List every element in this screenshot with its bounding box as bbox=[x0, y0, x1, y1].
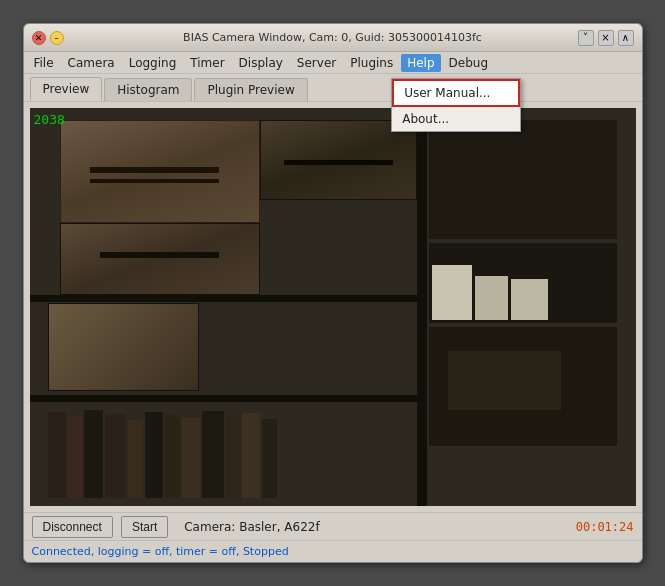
book-11 bbox=[242, 413, 260, 498]
window-controls-left: ✕ – bbox=[32, 31, 64, 45]
window-title: BIAS Camera Window, Cam: 0, Guid: 305300… bbox=[183, 31, 482, 44]
book-1 bbox=[48, 412, 66, 498]
book-3 bbox=[84, 410, 102, 498]
book-7 bbox=[165, 415, 180, 498]
window-controls-right: ˅ × ∧ bbox=[578, 30, 634, 46]
menu-help[interactable]: Help bbox=[401, 54, 440, 72]
white-box-1 bbox=[432, 265, 472, 320]
menu-help-container: Help User Manual... About... bbox=[401, 56, 440, 70]
camera-label: Camera: Basler, A622f bbox=[184, 520, 319, 534]
book-12 bbox=[262, 419, 277, 498]
menu-timer[interactable]: Timer bbox=[184, 54, 230, 72]
status-text-bar: Connected, logging = off, timer = off, S… bbox=[24, 540, 642, 562]
book-10 bbox=[226, 416, 241, 498]
book-4 bbox=[105, 414, 127, 498]
book-6 bbox=[145, 412, 163, 498]
frame-counter: 2038 bbox=[34, 112, 65, 127]
barcode-4 bbox=[284, 160, 393, 165]
menu-debug[interactable]: Debug bbox=[443, 54, 494, 72]
menu-server[interactable]: Server bbox=[291, 54, 342, 72]
bottom-left-object bbox=[48, 303, 200, 391]
start-button[interactable]: Start bbox=[121, 516, 168, 538]
right-shelf-top bbox=[429, 120, 617, 239]
main-window: ✕ – BIAS Camera Window, Cam: 0, Guid: 30… bbox=[23, 23, 643, 563]
book-9 bbox=[202, 411, 224, 498]
camera-view: 2038 bbox=[30, 108, 636, 506]
timer-display: 00:01:24 bbox=[576, 520, 634, 534]
menu-about[interactable]: About... bbox=[392, 107, 520, 131]
barcode-2 bbox=[90, 179, 219, 183]
tab-plugin-preview[interactable]: Plugin Preview bbox=[194, 78, 307, 101]
close-ctrl[interactable]: × bbox=[598, 30, 614, 46]
shelf-divider-h1 bbox=[30, 295, 418, 302]
shelf-divider-vertical bbox=[417, 108, 427, 506]
box-3 bbox=[260, 120, 418, 200]
title-bar: ✕ – BIAS Camera Window, Cam: 0, Guid: 30… bbox=[24, 24, 642, 52]
right-shelf-bottom bbox=[429, 327, 617, 446]
box-2 bbox=[60, 223, 260, 295]
menu-user-manual[interactable]: User Manual... bbox=[392, 79, 520, 107]
barcode-3 bbox=[100, 252, 219, 258]
status-bar: Disconnect Start Camera: Basler, A622f 0… bbox=[24, 512, 642, 540]
content-area: 2038 bbox=[24, 102, 642, 512]
box-1 bbox=[60, 120, 260, 223]
scroll-up-ctrl[interactable]: ∧ bbox=[618, 30, 634, 46]
close-button[interactable]: ✕ bbox=[32, 31, 46, 45]
menu-logging[interactable]: Logging bbox=[123, 54, 183, 72]
book-8 bbox=[182, 418, 200, 498]
book-2 bbox=[68, 417, 83, 498]
tab-histogram[interactable]: Histogram bbox=[104, 78, 192, 101]
books-area bbox=[48, 403, 412, 499]
help-dropdown: User Manual... About... bbox=[391, 78, 521, 132]
disconnect-button[interactable]: Disconnect bbox=[32, 516, 113, 538]
menu-camera[interactable]: Camera bbox=[62, 54, 121, 72]
scroll-down-ctrl[interactable]: ˅ bbox=[578, 30, 594, 46]
menubar: File Camera Logging Timer Display Server… bbox=[24, 52, 642, 74]
menu-plugins[interactable]: Plugins bbox=[344, 54, 399, 72]
barcode-1 bbox=[90, 167, 219, 173]
tabs-bar: Preview Histogram Plugin Preview bbox=[24, 74, 642, 102]
shelf-divider-h2 bbox=[30, 395, 418, 402]
camera-image bbox=[30, 108, 636, 506]
minimize-button[interactable]: – bbox=[50, 31, 64, 45]
white-box-3 bbox=[511, 279, 547, 319]
right-bottom-object bbox=[448, 351, 561, 411]
tab-preview[interactable]: Preview bbox=[30, 77, 103, 101]
book-5 bbox=[128, 420, 143, 498]
right-shelf-items bbox=[429, 243, 617, 323]
status-text: Connected, logging = off, timer = off, S… bbox=[32, 545, 289, 558]
white-box-2 bbox=[475, 276, 508, 320]
menu-file[interactable]: File bbox=[28, 54, 60, 72]
menu-display[interactable]: Display bbox=[233, 54, 289, 72]
